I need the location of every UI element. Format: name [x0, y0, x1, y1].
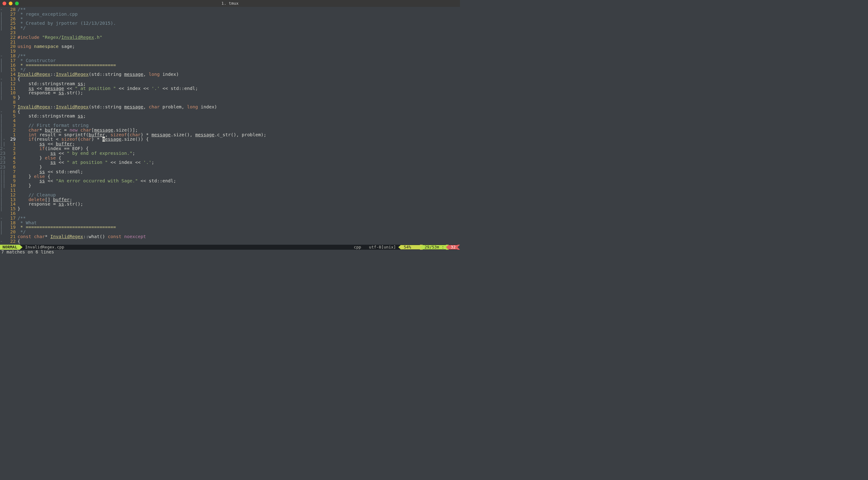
code-line[interactable]: 7InvalidRegex::InvalidRegex(std::string …: [0, 104, 460, 109]
code-line[interactable]: |16 * =================================: [0, 63, 460, 68]
code-content[interactable]: *: [18, 17, 460, 21]
code-content[interactable]: * Constructor: [18, 58, 460, 63]
code-content[interactable]: /**: [18, 7, 460, 12]
code-content[interactable]: int result = snprintf(buffer, sizeof(cha…: [18, 132, 460, 137]
code-line[interactable]: |27 * regex_exception.cpp: [0, 12, 460, 17]
code-line[interactable]: ||9 ss << "An error occurred with Sage."…: [0, 179, 460, 183]
code-content[interactable]: InvalidRegex::InvalidRegex(std::string m…: [18, 72, 460, 77]
code-content[interactable]: // First format string: [18, 123, 460, 128]
code-content[interactable]: }: [18, 183, 460, 188]
code-content[interactable]: if(result < sizeof(char) * message.size(…: [18, 137, 460, 142]
code-content[interactable]: {: [18, 109, 460, 114]
code-line[interactable]: -28/**: [0, 7, 460, 12]
code-line[interactable]: 20using namespace sage;: [0, 44, 460, 49]
code-content[interactable]: using namespace sage;: [18, 44, 460, 49]
code-content[interactable]: }: [18, 95, 460, 100]
code-line[interactable]: |11: [0, 188, 460, 193]
code-line[interactable]: -17/**: [0, 216, 460, 220]
code-line[interactable]: |24 */: [0, 26, 460, 30]
code-line[interactable]: 14InvalidRegex::InvalidRegex(std::string…: [0, 72, 460, 77]
code-line[interactable]: |10 response = ss.str();: [0, 91, 460, 95]
code-content[interactable]: }: [18, 207, 460, 211]
code-content[interactable]: {: [18, 77, 460, 82]
code-line[interactable]: |18 * What: [0, 220, 460, 225]
code-line[interactable]: |2 char* buffer = new char[message.size(…: [0, 128, 460, 132]
code-line[interactable]: |11 ss << message << " at position " << …: [0, 86, 460, 91]
code-line[interactable]: 21: [0, 40, 460, 44]
code-content[interactable]: * =================================: [18, 225, 460, 230]
code-line[interactable]: 21const char* InvalidRegex::what() const…: [0, 234, 460, 239]
code-content[interactable]: const char* InvalidRegex::what() const n…: [18, 234, 460, 239]
code-content[interactable]: } else {: [18, 156, 460, 160]
code-line[interactable]: 22#include "Regex/InvalidRegex.h": [0, 35, 460, 40]
code-line[interactable]: -6{: [0, 109, 460, 114]
code-line[interactable]: |26 *: [0, 17, 460, 21]
code-line[interactable]: |15}: [0, 207, 460, 211]
code-line[interactable]: 234 } else {: [0, 156, 460, 160]
code-content[interactable]: char* buffer = new char[message.size()];: [18, 128, 460, 132]
code-line[interactable]: |15 */: [0, 67, 460, 72]
code-content[interactable]: */: [18, 67, 460, 72]
editor-viewport[interactable]: -28/**|27 * regex_exception.cpp|26 *|25 …: [0, 7, 460, 245]
code-content[interactable]: ss << " at position " << index << '.';: [18, 160, 460, 165]
code-content[interactable]: std::stringstream ss;: [18, 82, 460, 86]
code-line[interactable]: ||1 ss << buffer;: [0, 142, 460, 146]
code-line[interactable]: |12 std::stringstream ss;: [0, 82, 460, 86]
code-line[interactable]: |-29 if(result < sizeof(char) * message.…: [0, 137, 460, 142]
code-content[interactable]: }: [18, 165, 460, 170]
code-line[interactable]: |20 */: [0, 230, 460, 234]
code-line[interactable]: 236 }: [0, 165, 460, 170]
code-content[interactable]: ss << "An error occurred with Sage." << …: [18, 179, 460, 183]
code-line[interactable]: |5 std::stringstream ss;: [0, 114, 460, 118]
code-content[interactable]: /**: [18, 216, 460, 220]
code-content[interactable]: std::stringstream ss;: [18, 114, 460, 118]
code-content[interactable]: * regex_exception.cpp: [18, 12, 460, 17]
code-content[interactable]: */: [18, 26, 460, 30]
code-content[interactable]: * What: [18, 220, 460, 225]
code-line[interactable]: 23: [0, 30, 460, 35]
code-content[interactable]: InvalidRegex::InvalidRegex(std::string m…: [18, 104, 460, 109]
code-line[interactable]: |13 delete[] buffer;: [0, 198, 460, 202]
code-content[interactable]: ss << std::endl;: [18, 170, 460, 174]
line-number: 7: [6, 170, 18, 174]
titlebar: 1. tmux: [0, 0, 460, 7]
code-line[interactable]: |9}: [0, 95, 460, 100]
code-content[interactable]: response = ss.str();: [18, 91, 460, 95]
code-line[interactable]: -18/**: [0, 54, 460, 58]
code-line[interactable]: -13{: [0, 77, 460, 82]
code-content[interactable]: * Created by jrpotter (12/13/2015).: [18, 21, 460, 26]
fold-gutter: -: [0, 54, 6, 58]
code-line[interactable]: 8: [0, 100, 460, 104]
code-line[interactable]: |3 // First format string: [0, 123, 460, 128]
code-line[interactable]: 233 ss << " by end of expression.";: [0, 151, 460, 156]
code-content[interactable]: {: [18, 239, 460, 244]
code-line[interactable]: 19: [0, 49, 460, 54]
code-line[interactable]: ||10 }: [0, 183, 460, 188]
code-line[interactable]: 235 ss << " at position " << index << '.…: [0, 160, 460, 165]
code-content[interactable]: response = ss.str();: [18, 202, 460, 207]
code-line[interactable]: ||8 } else {: [0, 174, 460, 179]
code-content[interactable]: ss << message << " at position " << inde…: [18, 86, 460, 91]
code-line[interactable]: |17 * Constructor: [0, 58, 460, 63]
code-content[interactable]: */: [18, 230, 460, 234]
code-content[interactable]: if(index == EOF) {: [18, 146, 460, 151]
code-line[interactable]: ||7 ss << std::endl;: [0, 170, 460, 174]
code-line[interactable]: -22{: [0, 239, 460, 244]
code-content[interactable]: } else {: [18, 174, 460, 179]
code-line[interactable]: |19 * =================================: [0, 225, 460, 230]
code-content[interactable]: delete[] buffer;: [18, 198, 460, 202]
code-content[interactable]: ss << " by end of expression.";: [18, 151, 460, 156]
code-line[interactable]: |14 response = ss.str();: [0, 202, 460, 207]
code-content[interactable]: * =================================: [18, 63, 460, 68]
code-line[interactable]: |1 int result = snprintf(buffer, sizeof(…: [0, 132, 460, 137]
code-line[interactable]: 2-2 if(index == EOF) {: [0, 146, 460, 151]
code-content[interactable]: ss << buffer;: [18, 142, 460, 146]
code-content[interactable]: // Cleanup: [18, 193, 460, 198]
command-line[interactable]: 7 matches on 6 lines: [0, 250, 460, 254]
code-line[interactable]: |4: [0, 118, 460, 123]
code-content[interactable]: /**: [18, 54, 460, 58]
code-line[interactable]: |25 * Created by jrpotter (12/13/2015).: [0, 21, 460, 26]
code-line[interactable]: 16: [0, 211, 460, 216]
code-content[interactable]: #include "Regex/InvalidRegex.h": [18, 35, 460, 40]
code-line[interactable]: |12 // Cleanup: [0, 193, 460, 198]
